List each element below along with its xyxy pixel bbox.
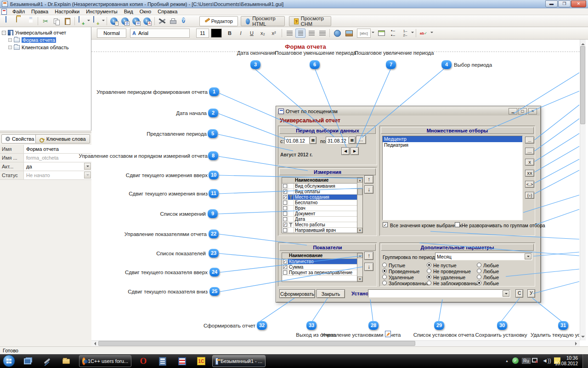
scroll-up-icon[interactable]: ▲ xyxy=(357,178,362,183)
dropdown-arrow-icon[interactable] xyxy=(84,172,91,178)
tab-properties[interactable]: Свойства xyxy=(1,134,38,144)
scroll-up-icon[interactable]: ▲ xyxy=(357,253,362,258)
numbered-list-dropdown-icon[interactable] xyxy=(411,32,414,34)
property-value[interactable]: Форма отчета xyxy=(24,145,91,153)
calendar-from-icon[interactable]: ▦ xyxy=(310,137,317,144)
filter-action-button-4[interactable]: XX xyxy=(525,170,534,177)
filter-action-button-5[interactable]: <..> xyxy=(525,181,534,188)
explorer-folder-icon[interactable] xyxy=(58,356,74,367)
callout-badge-25[interactable]: 25 xyxy=(209,287,220,296)
underline-button[interactable]: U xyxy=(247,29,257,38)
tree-expander-icon[interactable]: − xyxy=(2,31,6,35)
dialog-maximize-icon[interactable]: ▢ xyxy=(518,108,527,115)
checkbox-icon[interactable] xyxy=(283,206,287,210)
radio-не-пустые[interactable] xyxy=(427,263,431,267)
property-value[interactable]: да xyxy=(24,162,91,171)
new-project-icon[interactable] xyxy=(4,17,14,26)
radio-проведенные[interactable] xyxy=(382,269,387,273)
indicator-move-up-button[interactable]: ↑ xyxy=(364,252,373,260)
calendar-to-icon[interactable]: ▦ xyxy=(349,137,356,144)
superscript-button[interactable]: x² xyxy=(269,29,279,38)
maximize-button[interactable]: ❐ xyxy=(558,0,571,7)
calculator-icon[interactable] xyxy=(154,356,171,367)
dimension-row[interactable]: Дата xyxy=(282,217,357,222)
callout-badge-4[interactable]: 4 xyxy=(441,60,452,69)
radio-не-заблокированные[interactable] xyxy=(427,281,431,285)
help-icon[interactable]: ? xyxy=(181,17,191,26)
preset-select[interactable] xyxy=(368,289,510,298)
tray-language-indicator[interactable]: Ru xyxy=(522,358,531,364)
preset-save-button[interactable]: С xyxy=(515,289,523,298)
dimension-checkbox-cell[interactable] xyxy=(282,211,288,216)
dimension-row[interactable]: Направивший врач xyxy=(282,228,357,233)
checkbox-icon[interactable] xyxy=(283,265,287,269)
tray-expand-icon[interactable]: ▲ xyxy=(505,359,509,362)
paragraph-style-select[interactable]: Normal xyxy=(97,29,126,38)
align-center-icon[interactable] xyxy=(295,29,305,38)
checkbox-icon[interactable] xyxy=(283,212,287,216)
callout-badge-10[interactable]: 10 xyxy=(209,171,219,179)
tree-item-form[interactable]: Форма отчета xyxy=(8,37,91,43)
menu-item-Правка[interactable]: Правка xyxy=(28,8,51,15)
paste-icon[interactable] xyxy=(62,17,73,26)
print-icon[interactable] xyxy=(168,17,178,26)
spellcheck-icon[interactable]: ab✓ xyxy=(418,29,429,38)
radio-удаленные[interactable] xyxy=(382,275,387,279)
indicators-scrollbar[interactable]: ▲ ▼ xyxy=(357,253,362,282)
dimension-row[interactable]: Врач xyxy=(282,206,357,211)
menu-item-Справка[interactable]: Справка xyxy=(154,8,181,15)
callout-badge-29[interactable]: 29 xyxy=(434,321,444,330)
opera-icon[interactable]: O xyxy=(135,356,152,367)
dimension-checkbox-cell[interactable] xyxy=(282,206,288,211)
add-subtopic-dropdown-icon[interactable] xyxy=(102,20,105,23)
callout-badge-24[interactable]: 24 xyxy=(209,268,220,276)
scroll-down-icon[interactable]: ▼ xyxy=(357,228,362,233)
tree-item-client-area[interactable]: Клиентская область xyxy=(8,44,91,51)
menu-item-Окно[interactable]: Окно xyxy=(136,8,155,15)
export-html-icon[interactable]: ↻@ xyxy=(120,17,130,26)
grouping-select[interactable]: Месяц xyxy=(435,253,532,260)
dimension-checkbox-cell[interactable] xyxy=(282,184,288,189)
indicator-checkbox-cell[interactable] xyxy=(282,270,288,275)
preset-delete-button[interactable]: У xyxy=(527,289,535,298)
indicator-row[interactable]: Сумма xyxy=(282,264,357,270)
checkbox-icon[interactable] xyxy=(283,201,287,205)
filter-action-button-6[interactable]: (=) xyxy=(525,192,534,199)
copy-icon[interactable] xyxy=(51,17,62,26)
open-icon[interactable] xyxy=(15,17,25,26)
checkbox-icon[interactable] xyxy=(283,223,287,227)
callout-badge-28[interactable]: 28 xyxy=(368,321,379,330)
date-from-input[interactable]: 01.08.12 xyxy=(284,137,309,144)
export-word-icon[interactable]: ↻W xyxy=(131,17,141,26)
numbered-list-icon[interactable]: 1–2– xyxy=(400,29,410,38)
dimension-move-down-button[interactable]: ↓ xyxy=(364,185,373,194)
taskbar-clock[interactable]: 10:36 10.08.2012 xyxy=(555,356,578,367)
bold-button[interactable]: B xyxy=(225,29,235,38)
tab-preview-html[interactable]: Просмотр HTML xyxy=(241,16,285,26)
bullet-list-icon[interactable]: •–•– xyxy=(388,29,398,38)
window-switcher-icon[interactable] xyxy=(19,356,36,367)
filter-list-item[interactable]: Медцентр xyxy=(383,136,522,142)
checkbox-all-except[interactable] xyxy=(383,222,388,227)
checkbox-icon[interactable] xyxy=(283,184,287,188)
scroll-left-icon[interactable] xyxy=(92,342,96,345)
spellcheck-dropdown-icon[interactable] xyxy=(430,32,433,34)
radio-любые[interactable] xyxy=(477,275,481,279)
font-color-swatch[interactable] xyxy=(211,29,222,38)
align-left-icon[interactable] xyxy=(284,29,294,38)
dimension-checkbox-cell[interactable] xyxy=(282,228,288,233)
scroll-right-icon[interactable] xyxy=(575,342,579,345)
radio-пустые[interactable] xyxy=(382,263,387,267)
generate-button[interactable]: Сформировать xyxy=(279,289,315,298)
period-prev-button[interactable]: ◀ xyxy=(341,147,350,155)
dimension-checkbox-cell[interactable] xyxy=(282,189,288,194)
dimension-checkbox-cell[interactable] xyxy=(282,200,288,205)
add-topic-dropdown-icon[interactable] xyxy=(87,20,90,23)
indicators-table[interactable]: Наименование КоличествоСуммаПроцент за п… xyxy=(282,253,363,282)
hyperlink-globe-icon[interactable] xyxy=(332,29,342,38)
callout-badge-7[interactable]: 7 xyxy=(386,60,396,69)
font-select[interactable]: AArial xyxy=(130,29,190,38)
font-size-select[interactable]: 11 xyxy=(196,29,209,38)
dimension-row[interactable]: Бесплатно xyxy=(282,200,357,206)
checkbox-icon[interactable] xyxy=(283,190,287,194)
